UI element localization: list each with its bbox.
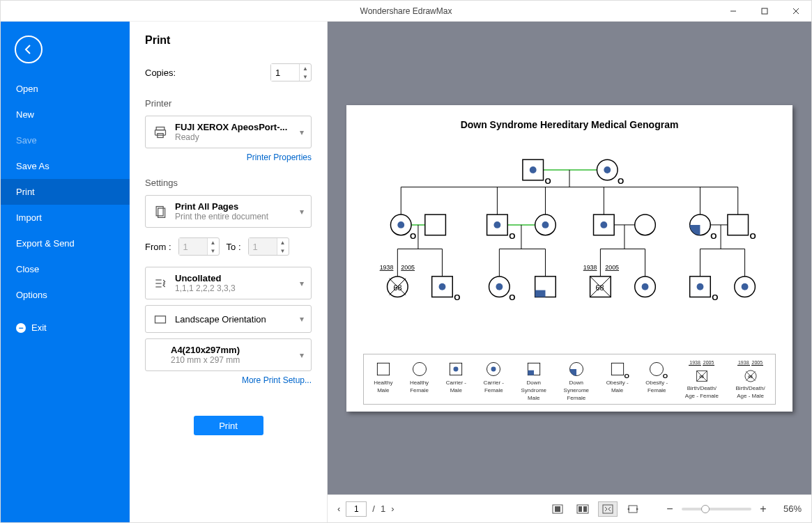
pages-icon — [153, 204, 168, 219]
chevron-down-icon: ▾ — [296, 127, 304, 137]
svg-text:O: O — [618, 175, 624, 185]
preview-pane: Down Syndrome Hereditary Medical Genogra… — [327, 22, 811, 522]
orientation-icon — [153, 311, 168, 327]
svg-point-90 — [742, 283, 749, 290]
copies-down[interactable]: ▼ — [300, 72, 311, 81]
back-button[interactable] — [15, 36, 43, 63]
printer-section-label: Printer — [145, 98, 312, 109]
svg-rect-117 — [603, 505, 613, 513]
svg-text:O: O — [509, 292, 515, 302]
svg-point-53 — [493, 221, 500, 228]
svg-point-94 — [454, 366, 459, 371]
svg-point-49 — [397, 221, 404, 228]
sidebar-item-export-send[interactable]: Export & Send — [1, 231, 130, 256]
paper-title: A4(210x297mm) — [171, 345, 289, 355]
orientation-selector[interactable]: Landscape Orientation ▾ — [145, 305, 312, 333]
chevron-down-icon: ▾ — [296, 350, 304, 360]
svg-rect-91 — [377, 363, 389, 375]
genogram-chart: O O — [363, 140, 776, 351]
print-button[interactable]: Print — [194, 416, 263, 435]
collate-selector[interactable]: Uncollated 1,1,1 2,2,2 3,3,3 ▾ — [145, 267, 312, 299]
sidebar-item-save[interactable]: Save — [1, 127, 130, 153]
svg-point-56 — [542, 221, 549, 228]
window-minimize-button[interactable] — [717, 1, 749, 21]
svg-text:O: O — [509, 231, 515, 240]
fit-page-button[interactable] — [598, 501, 618, 517]
pages-title: Print All Pages — [175, 201, 289, 212]
to-stepper: ▲▼ — [248, 237, 289, 256]
preview-canvas: Down Syndrome Hereditary Medical Genogra… — [328, 22, 811, 494]
sidebar-item-open[interactable]: Open — [1, 76, 130, 102]
to-label: To : — [227, 242, 241, 252]
chevron-down-icon: ▾ — [296, 314, 304, 324]
window-close-button[interactable] — [780, 1, 811, 21]
printer-selector[interactable]: FUJI XEROX ApeosPort-... Ready ▾ — [145, 116, 312, 148]
svg-rect-118 — [629, 506, 637, 513]
svg-rect-100 — [611, 363, 623, 375]
svg-text:2005: 2005 — [605, 264, 619, 271]
from-stepper: ▲▼ — [178, 237, 220, 256]
fit-width-button[interactable] — [623, 501, 643, 517]
settings-section-label: Settings — [145, 178, 312, 188]
window-maximize-button[interactable] — [749, 1, 780, 21]
chevron-down-icon: ▾ — [296, 279, 304, 288]
svg-rect-12 — [155, 316, 166, 323]
sidebar-item-exit[interactable]: − Exit — [1, 315, 130, 341]
svg-text:O: O — [624, 372, 629, 380]
collate-icon — [153, 276, 168, 291]
legend: HealthyMale HealthyFemale Carrier -Male … — [363, 354, 776, 405]
document-title: Down Syndrome Hereditary Medical Genogra… — [363, 119, 776, 130]
from-label: From : — [145, 242, 171, 252]
collate-title: Uncollated — [175, 273, 289, 283]
svg-rect-5 — [155, 130, 166, 135]
sidebar-item-close[interactable]: Close — [1, 256, 130, 282]
page-next-button[interactable]: › — [391, 504, 394, 514]
view-double-button[interactable] — [573, 501, 592, 517]
more-print-setup-link[interactable]: More Print Setup... — [145, 375, 312, 385]
zoom-in-button[interactable]: + — [757, 503, 769, 515]
print-panel: Print Copies: ▲ ▼ Printer FUJI XEROX Ape — [130, 22, 327, 522]
svg-rect-1 — [762, 8, 767, 14]
pages-selector[interactable]: Print All Pages Print the entire documen… — [145, 195, 312, 228]
svg-text:O: O — [663, 372, 668, 380]
exit-label: Exit — [31, 322, 47, 333]
svg-text:68: 68 — [748, 374, 753, 378]
printer-status: Ready — [175, 132, 289, 142]
app-title: Wondershare EdrawMax — [360, 6, 452, 16]
page-input[interactable] — [346, 501, 367, 517]
paper-sub: 210 mm x 297 mm — [171, 355, 289, 365]
view-single-button[interactable] — [548, 501, 567, 517]
svg-point-102 — [650, 362, 664, 375]
sidebar-item-new[interactable]: New — [1, 102, 130, 127]
paper-selector[interactable]: A4(210x297mm) 210 mm x 297 mm ▾ — [145, 338, 312, 371]
zoom-out-button[interactable]: − — [664, 503, 676, 515]
zoom-slider[interactable] — [682, 508, 751, 510]
printer-icon — [153, 125, 168, 140]
exit-icon: − — [16, 323, 26, 333]
chevron-down-icon: ▾ — [296, 207, 304, 217]
sidebar-item-import[interactable]: Import — [1, 205, 130, 231]
svg-text:1938: 1938 — [380, 264, 394, 271]
copies-stepper[interactable]: ▲ ▼ — [270, 63, 312, 81]
panel-title: Print — [145, 34, 312, 47]
svg-point-92 — [413, 362, 426, 375]
svg-rect-51 — [425, 214, 446, 235]
sidebar-item-print[interactable]: Print — [1, 179, 130, 205]
svg-rect-98 — [528, 370, 534, 375]
copies-input[interactable] — [271, 64, 299, 81]
from-input — [179, 238, 207, 255]
svg-point-74 — [496, 283, 503, 290]
svg-text:68: 68 — [393, 283, 401, 291]
svg-point-96 — [491, 366, 496, 371]
sidebar-item-save-as[interactable]: Save As — [1, 153, 130, 179]
preview-toolbar: ‹ / 1 › − + 56% — [328, 494, 811, 522]
sidebar-item-options[interactable]: Options — [1, 282, 130, 308]
printer-properties-link[interactable]: Printer Properties — [145, 153, 312, 162]
svg-text:68: 68 — [595, 283, 604, 291]
copies-label: Copies: — [145, 68, 270, 78]
copies-up[interactable]: ▲ — [300, 64, 311, 72]
page-prev-button[interactable]: ‹ — [337, 504, 340, 514]
svg-text:O: O — [750, 231, 756, 240]
page-total: 1 — [381, 504, 385, 514]
to-input — [249, 238, 277, 255]
